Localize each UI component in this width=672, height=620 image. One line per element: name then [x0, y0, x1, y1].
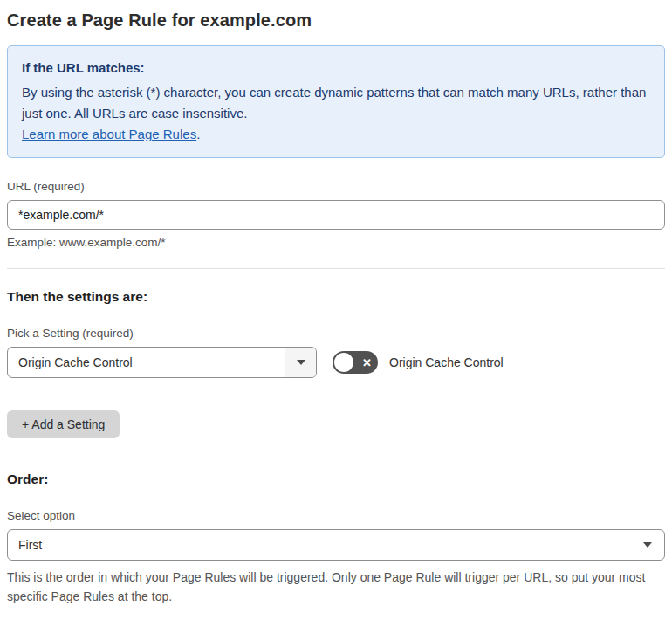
order-select-label: Select option [7, 509, 665, 522]
pick-setting-label: Pick a Setting (required) [7, 327, 665, 340]
setting-row: Origin Cache Control ✕ Origin Cache Cont… [7, 347, 665, 378]
link-suffix: . [196, 127, 200, 141]
url-input[interactable] [7, 200, 665, 230]
order-help-text: This is the order in which your Page Rul… [7, 568, 657, 606]
settings-section-heading: Then the settings are: [7, 289, 665, 305]
origin-cache-control-toggle[interactable]: ✕ [333, 351, 378, 374]
order-select[interactable]: First [7, 529, 665, 561]
info-box-heading: If the URL matches: [22, 58, 650, 79]
page-title: Create a Page Rule for example.com [7, 10, 665, 31]
setting-select-value: Origin Cache Control [8, 348, 285, 377]
divider [7, 451, 665, 451]
setting-select[interactable]: Origin Cache Control [7, 347, 317, 378]
url-field-label: URL (required) [7, 180, 665, 193]
toggle-label: Origin Cache Control [389, 355, 504, 369]
info-box-body: By using the asterisk (*) character, you… [22, 82, 650, 124]
divider [7, 268, 665, 269]
url-example-text: Example: www.example.com/* [7, 236, 665, 249]
chevron-down-icon [643, 542, 652, 548]
toggle-knob [334, 353, 353, 372]
order-select-value: First [18, 538, 42, 552]
info-box-link-line: Learn more about Page Rules. [22, 124, 650, 145]
learn-more-link[interactable]: Learn more about Page Rules [22, 127, 196, 141]
chevron-down-icon [297, 360, 305, 365]
url-match-info-box: If the URL matches: By using the asteris… [7, 45, 665, 158]
add-setting-button[interactable]: + Add a Setting [7, 410, 120, 438]
setting-select-caret-button[interactable] [285, 348, 316, 377]
page-rule-form: Create a Page Rule for example.com If th… [0, 0, 672, 620]
toggle-off-x-icon: ✕ [362, 357, 372, 369]
order-section-heading: Order: [7, 472, 665, 487]
